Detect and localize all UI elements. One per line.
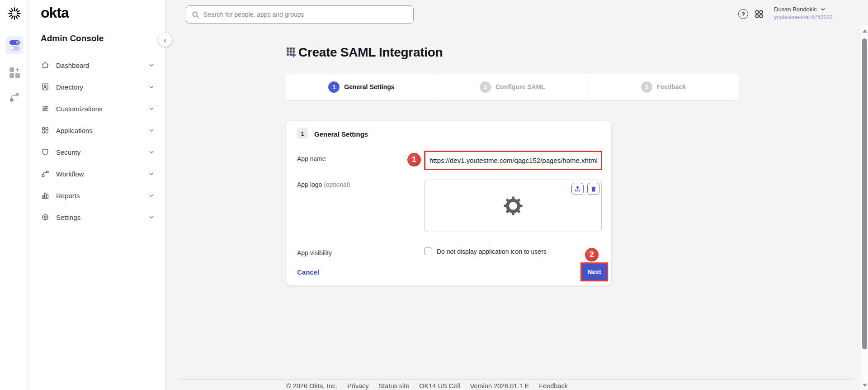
section-title: General Settings: [314, 130, 368, 138]
step-number-badge: 2: [480, 81, 491, 93]
search-icon: [192, 11, 199, 19]
app-name-input[interactable]: [425, 152, 601, 169]
chevron-down-icon: [821, 7, 826, 12]
sidebar: okta Admin Console Dashboard Directory C…: [29, 0, 165, 390]
app-switcher-icon: [754, 9, 764, 19]
step-number-badge: 3: [641, 81, 652, 93]
rail-admin-console-button[interactable]: [5, 36, 24, 54]
user-name: Dusan Bondokic: [774, 6, 817, 13]
admin-console-title: Admin Console: [41, 33, 104, 43]
sidebar-item-settings[interactable]: Settings: [29, 206, 165, 228]
chevron-down-icon: [149, 193, 154, 198]
user-menu[interactable]: Dusan Bondokic youtestme-trial-5752022: [774, 6, 832, 20]
shield-icon: [41, 147, 50, 157]
cancel-link[interactable]: Cancel: [297, 268, 319, 276]
question-mark-icon: ?: [741, 11, 745, 18]
sidebar-item-label: Security: [56, 148, 80, 156]
privacy-link[interactable]: Privacy: [347, 382, 369, 390]
sidebar-item-label: Dashboard: [56, 62, 89, 69]
app-logo-label: App logo (optional): [297, 181, 350, 188]
sidebar-item-security[interactable]: Security: [29, 141, 165, 163]
sidebar-item-directory[interactable]: Directory: [29, 76, 165, 98]
page-title: Create SAML Integration: [298, 45, 443, 60]
app-name-label: App name: [297, 155, 326, 162]
workflow-connector-icon: [9, 91, 20, 103]
sidebar-item-dashboard[interactable]: Dashboard: [29, 54, 165, 76]
grid-plus-icon: +: [9, 67, 20, 78]
chevron-down-icon: [149, 84, 154, 90]
sidebar-item-label: Settings: [56, 214, 80, 221]
app-switcher-button[interactable]: [754, 9, 764, 19]
gear-icon: [41, 213, 50, 222]
step-number-badge: 1: [328, 81, 340, 93]
upload-logo-button[interactable]: [571, 183, 584, 195]
step-label: Configure SAML: [495, 83, 545, 90]
vertical-scrollbar: [861, 26, 868, 390]
chevron-down-icon: [149, 128, 154, 133]
sidebar-nav: Dashboard Directory Customizations Appli…: [29, 54, 165, 228]
cell-label: OK14 US Cell: [419, 382, 460, 390]
org-name: youtestme-trial-5752022: [774, 14, 832, 20]
annotation-badge-1: 1: [407, 153, 421, 166]
annotation-rect-1: [424, 151, 602, 170]
step-configure-saml: 2 Configure SAML: [437, 74, 588, 100]
step-feedback: 3 Feedback: [588, 74, 739, 100]
add-application-icon: [286, 47, 297, 58]
sidebar-item-label: Applications: [56, 127, 93, 134]
app-visibility-checkbox-label[interactable]: Do not display application icon to users: [437, 248, 547, 255]
step-general-settings[interactable]: 1 General Settings: [286, 74, 437, 100]
sidebar-item-label: Workflow: [56, 170, 84, 178]
sidebar-item-label: Reports: [56, 192, 80, 200]
sidebar-collapse-button[interactable]: ‹: [158, 33, 172, 47]
chevron-down-icon: [149, 62, 154, 68]
scrollbar-thumb[interactable]: [862, 38, 867, 349]
sidebar-item-workflow[interactable]: Workflow: [29, 163, 165, 185]
version-label: Version 2026.01.1 E: [470, 382, 529, 390]
footer-divider: [179, 379, 854, 380]
home-icon: [41, 61, 50, 70]
wizard-steps: 1 General Settings 2 Configure SAML 3 Fe…: [286, 74, 739, 100]
directory-icon: [41, 82, 50, 91]
step-label: General Settings: [344, 83, 394, 90]
global-search: [186, 5, 414, 24]
chevron-down-icon: [149, 149, 154, 155]
chevron-down-icon: [149, 214, 154, 220]
optional-hint: (optional): [324, 181, 350, 188]
okta-spinner-icon: [8, 7, 21, 20]
search-input[interactable]: [203, 11, 408, 18]
okta-wordmark[interactable]: okta: [41, 5, 69, 21]
sidebar-item-applications[interactable]: Applications: [29, 119, 165, 141]
icon-rail: +: [0, 0, 29, 390]
apps-grid-icon: [41, 126, 50, 135]
chevron-left-icon: ‹: [164, 36, 166, 44]
step-label: Feedback: [657, 83, 686, 90]
delete-logo-button[interactable]: [587, 183, 599, 195]
scrollbar-up-arrow[interactable]: [863, 29, 867, 33]
footer: © 2026 Okta, Inc. Privacy Status site OK…: [286, 382, 568, 390]
rail-workflow-button[interactable]: [5, 88, 24, 106]
chevron-down-icon: [149, 106, 154, 111]
status-site-link[interactable]: Status site: [379, 382, 410, 390]
okta-spinner-logo[interactable]: [5, 5, 24, 23]
feedback-link[interactable]: Feedback: [539, 382, 568, 390]
sliders-icon: [41, 104, 50, 113]
annotation-rect-2: Next: [580, 262, 608, 281]
next-button[interactable]: Next: [582, 264, 607, 280]
sidebar-item-label: Directory: [56, 83, 83, 91]
toggles-icon: [9, 40, 20, 51]
scrollbar-down-arrow[interactable]: [863, 384, 867, 387]
upload-icon: [574, 185, 581, 192]
app-visibility-checkbox[interactable]: [424, 247, 432, 255]
sidebar-item-reports[interactable]: Reports: [29, 185, 165, 206]
rail-add-apps-button[interactable]: +: [5, 63, 24, 81]
help-button[interactable]: ?: [738, 9, 748, 19]
trash-icon: [590, 186, 597, 192]
page-title-row: Create SAML Integration: [286, 45, 443, 60]
chevron-down-icon: [149, 171, 154, 176]
app-visibility-label: App visibility: [297, 249, 332, 257]
default-app-logo-gear-icon: [503, 195, 524, 216]
sidebar-item-customizations[interactable]: Customizations: [29, 98, 165, 119]
sidebar-item-label: Customizations: [56, 105, 103, 113]
section-number-chip: 1: [297, 128, 308, 139]
app-logo-dropzone[interactable]: [424, 180, 602, 232]
